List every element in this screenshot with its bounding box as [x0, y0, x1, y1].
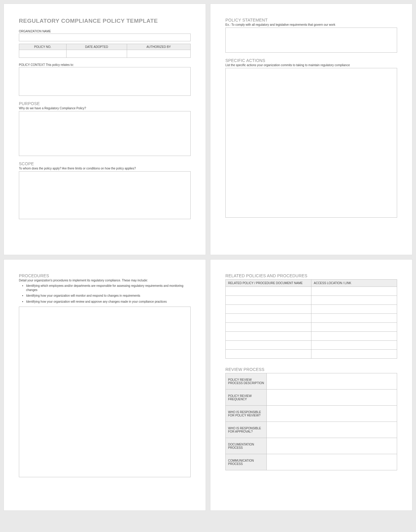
- policy-context-block: POLICY CONTEXT This policy relates to:: [19, 63, 191, 96]
- review-row-value[interactable]: [267, 454, 397, 470]
- purpose-input[interactable]: [19, 111, 191, 156]
- meta-header-date-adopted: DATE ADOPTED: [66, 44, 127, 50]
- document-title: REGULATORY COMPLIANCE POLICY TEMPLATE: [19, 18, 191, 24]
- purpose-subtext: Why do we have a Regulatory Compliance P…: [19, 107, 191, 110]
- review-row-label: POLICY REVIEW PROCESS DESCRIPTION: [226, 373, 267, 389]
- scope-block: SCOPE To whom does the policy apply? Are…: [19, 161, 191, 219]
- page-2: POLICY STATEMENT Ex.: To comply with all…: [210, 4, 412, 255]
- related-name-cell[interactable]: [226, 287, 311, 296]
- review-row-value[interactable]: [267, 389, 397, 406]
- scope-input[interactable]: [19, 171, 191, 219]
- related-name-cell[interactable]: [226, 332, 311, 341]
- related-header-location: ACCESS LOCATION / LINK: [311, 280, 397, 287]
- table-row: COMMUNICATION PROCESS: [226, 454, 397, 470]
- related-name-cell[interactable]: [226, 323, 311, 332]
- specific-actions-block: SPECIFIC ACTIONS List the specific actio…: [225, 58, 397, 218]
- purpose-block: PURPOSE Why do we have a Regulatory Comp…: [19, 101, 191, 156]
- review-row-label: POLICY REVIEW FREQUENCY: [226, 389, 267, 406]
- procedures-bullet: Identifying how your organization will r…: [26, 300, 191, 304]
- scope-subtext: To whom does the policy apply? Are there…: [19, 167, 191, 170]
- scope-title: SCOPE: [19, 161, 191, 166]
- policy-statement-input[interactable]: [225, 28, 397, 53]
- table-row: WHO IS RESPONSIBLE FOR APPROVAL?: [226, 422, 397, 438]
- review-row-value[interactable]: [267, 406, 397, 422]
- table-row: [226, 323, 397, 332]
- table-row: [226, 287, 397, 296]
- policy-statement-title: POLICY STATEMENT: [225, 18, 397, 22]
- procedures-input[interactable]: [19, 307, 191, 477]
- related-location-cell[interactable]: [311, 323, 397, 332]
- related-location-cell[interactable]: [311, 287, 397, 296]
- table-row: DOCUMENTATION PROCESS: [226, 438, 397, 454]
- related-policies-title: RELATED POLICIES AND PROCEDURES: [225, 273, 397, 278]
- meta-header-policy-no: POLICY NO.: [19, 44, 67, 50]
- table-row: [226, 296, 397, 305]
- related-location-cell[interactable]: [311, 296, 397, 305]
- policy-meta-table: POLICY NO. DATE ADOPTED AUTHORIZED BY: [19, 44, 191, 58]
- table-row: [226, 350, 397, 359]
- policy-statement-subtext: Ex.: To comply with all regulatory and l…: [225, 23, 397, 26]
- meta-cell-date-adopted[interactable]: [66, 50, 127, 58]
- page-4: RELATED POLICIES AND PROCEDURES RELATED …: [210, 259, 412, 511]
- review-row-value[interactable]: [267, 373, 397, 389]
- specific-actions-subtext: List the specific actions your organizat…: [225, 63, 397, 67]
- related-policies-block: RELATED POLICIES AND PROCEDURES RELATED …: [225, 273, 397, 359]
- review-row-value[interactable]: [267, 438, 397, 454]
- page-3: PROCEDURES Detail your organization's pr…: [4, 259, 206, 511]
- related-location-cell[interactable]: [311, 332, 397, 341]
- procedures-subtext: Detail your organization's procedures to…: [19, 279, 191, 282]
- specific-actions-title: SPECIFIC ACTIONS: [225, 58, 397, 63]
- review-process-title: REVIEW PROCESS: [225, 367, 397, 372]
- related-name-cell[interactable]: [226, 314, 311, 323]
- procedures-bullets: Identifying which employees and/or depar…: [26, 284, 191, 304]
- meta-header-authorized-by: AUTHORIZED BY: [127, 44, 190, 50]
- meta-cell-authorized-by[interactable]: [127, 50, 190, 58]
- table-row: POLICY REVIEW FREQUENCY: [226, 389, 397, 406]
- table-row: [226, 332, 397, 341]
- purpose-title: PURPOSE: [19, 101, 191, 106]
- review-row-label: WHO IS RESPONSIBLE FOR APPROVAL?: [226, 422, 267, 438]
- policy-context-input[interactable]: [19, 67, 191, 96]
- related-name-cell[interactable]: [226, 305, 311, 314]
- review-row-value[interactable]: [267, 422, 397, 438]
- policy-statement-block: POLICY STATEMENT Ex.: To comply with all…: [225, 18, 397, 53]
- related-name-cell[interactable]: [226, 296, 311, 305]
- review-row-label: WHO IS RESPONSIBLE FOR POLICY REVIEW?: [226, 406, 267, 422]
- org-name-block: ORGANIZATION NAME: [19, 30, 191, 41]
- table-row: [226, 305, 397, 314]
- review-row-label: DOCUMENTATION PROCESS: [226, 438, 267, 454]
- procedures-title: PROCEDURES: [19, 273, 191, 278]
- related-header-name: RELATED POLICY / PROCEDURE DOCUMENT NAME: [226, 280, 311, 287]
- table-row: [226, 341, 397, 350]
- procedures-block: PROCEDURES Detail your organization's pr…: [19, 273, 191, 477]
- procedures-bullet: Identifying how your organization will m…: [26, 294, 191, 298]
- document-pages: REGULATORY COMPLIANCE POLICY TEMPLATE OR…: [4, 4, 412, 511]
- page-1: REGULATORY COMPLIANCE POLICY TEMPLATE OR…: [4, 4, 206, 255]
- org-name-label: ORGANIZATION NAME: [19, 30, 191, 33]
- procedures-bullet: Identifying which employees and/or depar…: [26, 284, 191, 292]
- review-row-label: COMMUNICATION PROCESS: [226, 454, 267, 470]
- related-location-cell[interactable]: [311, 341, 397, 350]
- review-process-table: POLICY REVIEW PROCESS DESCRIPTIONPOLICY …: [225, 373, 397, 470]
- related-location-cell[interactable]: [311, 305, 397, 314]
- related-policies-table: RELATED POLICY / PROCEDURE DOCUMENT NAME…: [225, 279, 397, 359]
- related-location-cell[interactable]: [311, 314, 397, 323]
- policy-context-label: POLICY CONTEXT This policy relates to:: [19, 63, 191, 66]
- table-row: [226, 314, 397, 323]
- related-name-cell[interactable]: [226, 350, 311, 359]
- table-row: WHO IS RESPONSIBLE FOR POLICY REVIEW?: [226, 406, 397, 422]
- meta-cell-policy-no[interactable]: [19, 50, 67, 58]
- specific-actions-input[interactable]: [225, 68, 397, 218]
- org-name-input[interactable]: [19, 34, 191, 41]
- review-process-block: REVIEW PROCESS POLICY REVIEW PROCESS DES…: [225, 367, 397, 470]
- table-row: POLICY REVIEW PROCESS DESCRIPTION: [226, 373, 397, 389]
- related-location-cell[interactable]: [311, 350, 397, 359]
- related-name-cell[interactable]: [226, 341, 311, 350]
